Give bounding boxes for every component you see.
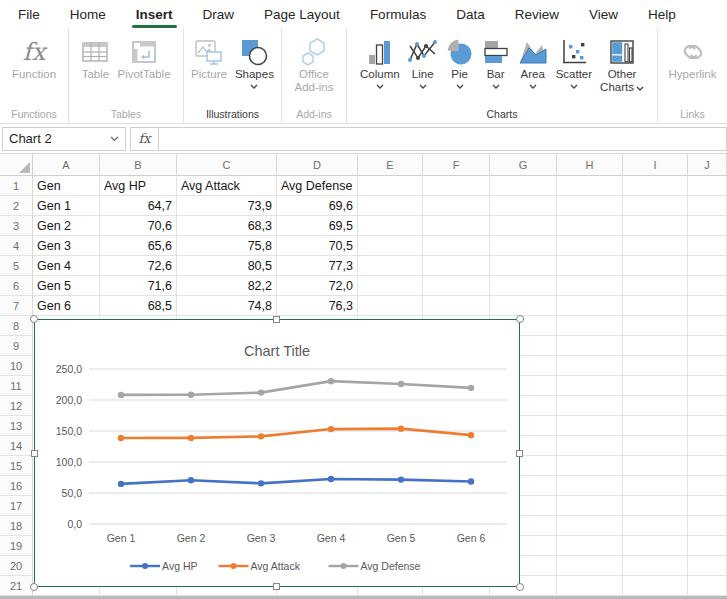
- row-header-4[interactable]: 4: [0, 236, 33, 256]
- row-header-10[interactable]: 10: [0, 356, 33, 376]
- cell-H2[interactable]: [557, 196, 623, 216]
- cell-J19[interactable]: [688, 536, 727, 556]
- cell-J10[interactable]: [688, 356, 727, 376]
- row-header-8[interactable]: 8: [0, 316, 33, 336]
- cell-G1[interactable]: [490, 176, 557, 196]
- cell-E5[interactable]: [358, 256, 423, 276]
- office-addins-button[interactable]: Office Add-ins: [291, 36, 338, 94]
- chart-handle-sw[interactable]: [30, 583, 38, 591]
- cell-H15[interactable]: [557, 456, 623, 476]
- column-header-J[interactable]: J: [688, 154, 727, 176]
- cell-J4[interactable]: [688, 236, 727, 256]
- column-header-G[interactable]: G: [490, 154, 557, 176]
- row-header-21[interactable]: 21: [0, 576, 33, 596]
- cell-F4[interactable]: [423, 236, 490, 256]
- cell-G4[interactable]: [490, 236, 557, 256]
- tab-page-layout[interactable]: Page Layout: [249, 0, 355, 28]
- cell-F1[interactable]: [423, 176, 490, 196]
- chart-handle-s[interactable]: [273, 583, 280, 590]
- tab-insert[interactable]: Insert: [121, 0, 188, 28]
- cell-H9[interactable]: [557, 336, 623, 356]
- row-header-19[interactable]: 19: [0, 536, 33, 556]
- cell-H6[interactable]: [557, 276, 623, 296]
- row-header-13[interactable]: 13: [0, 416, 33, 436]
- cell-H13[interactable]: [557, 416, 623, 436]
- cell-H10[interactable]: [557, 356, 623, 376]
- column-dropdown-chevron[interactable]: [376, 83, 384, 89]
- other-charts-dropdown-chevron[interactable]: [636, 81, 644, 94]
- cell-D7[interactable]: 76,3: [277, 296, 358, 316]
- cell-C3[interactable]: 68,3: [177, 216, 277, 236]
- cell-D3[interactable]: 69,5: [277, 216, 358, 236]
- cell-B1[interactable]: Avg HP: [100, 176, 177, 196]
- row-header-6[interactable]: 6: [0, 276, 33, 296]
- cell-H14[interactable]: [557, 436, 623, 456]
- column-header-B[interactable]: B: [100, 154, 177, 176]
- area-chart-button[interactable]: Area: [514, 36, 552, 89]
- cell-J20[interactable]: [688, 556, 727, 576]
- cell-A3[interactable]: Gen 2: [33, 216, 100, 236]
- scatter-chart-button[interactable]: Scatter: [552, 36, 596, 89]
- cell-D5[interactable]: 77,3: [277, 256, 358, 276]
- cell-J8[interactable]: [688, 316, 727, 336]
- cell-G7[interactable]: [490, 296, 557, 316]
- line-chart-button[interactable]: Line: [404, 36, 442, 89]
- cell-J6[interactable]: [688, 276, 727, 296]
- cell-G2[interactable]: [490, 196, 557, 216]
- cell-I18[interactable]: [623, 516, 688, 536]
- row-header-9[interactable]: 9: [0, 336, 33, 356]
- cell-I3[interactable]: [623, 216, 688, 236]
- cell-J14[interactable]: [688, 436, 727, 456]
- cell-B3[interactable]: 70,6: [100, 216, 177, 236]
- tab-view[interactable]: View: [574, 0, 633, 28]
- cell-J12[interactable]: [688, 396, 727, 416]
- row-header-20[interactable]: 20: [0, 556, 33, 576]
- cell-C5[interactable]: 80,5: [177, 256, 277, 276]
- cell-C1[interactable]: Avg Attack: [177, 176, 277, 196]
- column-header-F[interactable]: F: [423, 154, 490, 176]
- cell-B4[interactable]: 65,6: [100, 236, 177, 256]
- row-header-7[interactable]: 7: [0, 296, 33, 316]
- cell-A5[interactable]: Gen 4: [33, 256, 100, 276]
- row-header-3[interactable]: 3: [0, 216, 33, 236]
- cell-D4[interactable]: 70,5: [277, 236, 358, 256]
- cell-C6[interactable]: 82,2: [177, 276, 277, 296]
- row-header-12[interactable]: 12: [0, 396, 33, 416]
- cell-I15[interactable]: [623, 456, 688, 476]
- cell-J18[interactable]: [688, 516, 727, 536]
- column-header-D[interactable]: D: [277, 154, 358, 176]
- tab-review[interactable]: Review: [500, 0, 574, 28]
- row-header-2[interactable]: 2: [0, 196, 33, 216]
- chart-handle-nw[interactable]: [30, 315, 38, 323]
- tab-data[interactable]: Data: [441, 0, 500, 28]
- cell-I20[interactable]: [623, 556, 688, 576]
- cell-B7[interactable]: 68,5: [100, 296, 177, 316]
- cell-E2[interactable]: [358, 196, 423, 216]
- pie-dropdown-chevron[interactable]: [456, 83, 464, 89]
- cell-H1[interactable]: [557, 176, 623, 196]
- cell-B5[interactable]: 72,6: [100, 256, 177, 276]
- cell-J1[interactable]: [688, 176, 727, 196]
- column-header-E[interactable]: E: [358, 154, 423, 176]
- row-header-16[interactable]: 16: [0, 476, 33, 496]
- cell-J2[interactable]: [688, 196, 727, 216]
- cell-H7[interactable]: [557, 296, 623, 316]
- tab-help[interactable]: Help: [633, 0, 691, 28]
- column-header-C[interactable]: C: [177, 154, 277, 176]
- column-header-A[interactable]: A: [33, 154, 100, 176]
- cell-J17[interactable]: [688, 496, 727, 516]
- cell-J21[interactable]: [688, 576, 727, 596]
- cell-I21[interactable]: [623, 576, 688, 596]
- column-chart-button[interactable]: Column: [356, 36, 404, 89]
- cell-I8[interactable]: [623, 316, 688, 336]
- cell-E3[interactable]: [358, 216, 423, 236]
- cell-I2[interactable]: [623, 196, 688, 216]
- cell-A6[interactable]: Gen 5: [33, 276, 100, 296]
- cell-D1[interactable]: Avg Defense: [277, 176, 358, 196]
- cell-G6[interactable]: [490, 276, 557, 296]
- cell-A1[interactable]: Gen: [33, 176, 100, 196]
- cell-I1[interactable]: [623, 176, 688, 196]
- row-header-14[interactable]: 14: [0, 436, 33, 456]
- cell-H3[interactable]: [557, 216, 623, 236]
- cell-I13[interactable]: [623, 416, 688, 436]
